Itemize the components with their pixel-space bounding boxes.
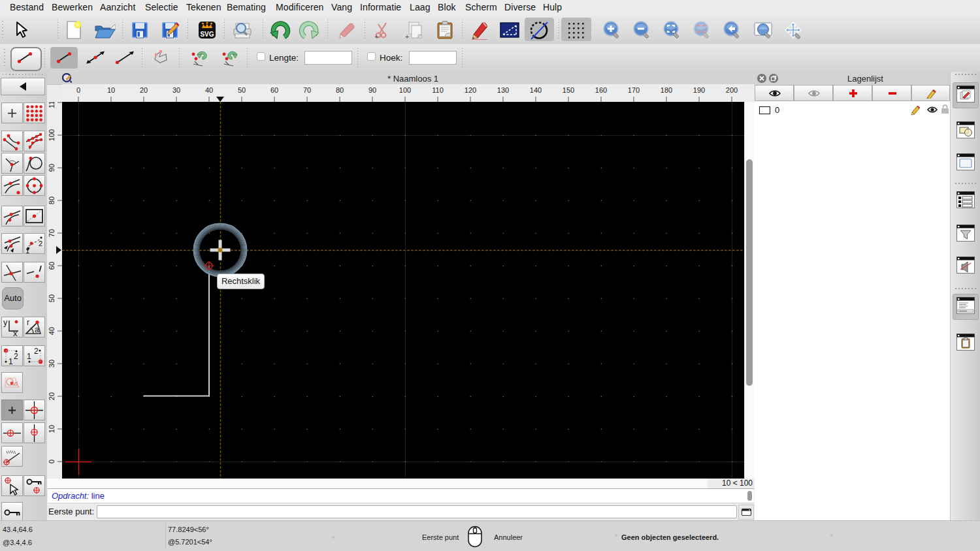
svg-text:30: 30 [172,86,180,94]
svg-text:90: 90 [368,86,376,94]
svg-text:190: 190 [693,86,705,94]
svg-text:20: 20 [140,86,148,94]
svg-text:+: + [374,33,378,40]
svg-text:40: 40 [48,327,56,335]
svg-text:1: 1 [8,357,13,366]
svg-text:150: 150 [563,86,574,94]
svg-text:50: 50 [48,294,56,302]
svg-text:170: 170 [628,86,640,94]
svg-text:100: 100 [48,129,56,141]
svg-text:2: 2 [14,352,18,361]
svg-text:r: r [27,318,29,327]
svg-text:180: 180 [661,86,672,94]
svg-text:80: 80 [48,197,56,204]
svg-text:110: 110 [48,102,56,108]
svg-text:0: 0 [48,460,56,464]
svg-text:70: 70 [48,229,56,237]
svg-text:160: 160 [595,86,607,94]
svg-text:60: 60 [270,86,278,94]
svg-text:10: 10 [107,86,115,94]
svg-text:30: 30 [48,360,56,368]
svg-text:100: 100 [399,86,411,94]
svg-text:40: 40 [205,86,213,94]
svg-text:0: 0 [76,86,80,94]
svg-text:70: 70 [303,86,311,94]
svg-text:50: 50 [238,86,246,94]
svg-text:2: 2 [34,347,39,356]
svg-text:a: a [35,325,39,334]
svg-text:1: 1 [27,352,31,361]
svg-text:110: 110 [432,86,444,94]
svg-text:20: 20 [48,392,56,400]
svg-text:90: 90 [48,164,56,172]
svg-text:130: 130 [497,86,509,94]
svg-text:120: 120 [465,86,476,94]
svg-text:2: 2 [39,240,42,247]
svg-text:y: y [3,317,8,327]
svg-text:x: x [13,328,18,337]
svg-text:SVG: SVG [200,31,214,38]
svg-text:+: + [405,33,409,40]
svg-text:10: 10 [48,425,56,433]
svg-text:60: 60 [48,262,56,270]
svg-text:1: 1 [25,247,29,253]
svg-text:200: 200 [726,86,738,94]
svg-text:140: 140 [530,86,542,94]
svg-text:80: 80 [336,86,344,94]
